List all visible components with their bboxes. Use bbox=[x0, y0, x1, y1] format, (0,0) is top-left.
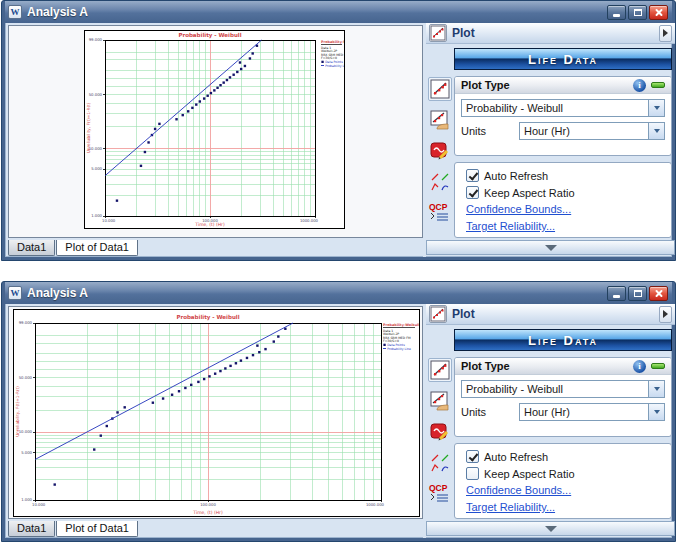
info-icon[interactable]: i bbox=[633, 79, 646, 92]
units-value: Hour (Hr) bbox=[520, 404, 648, 420]
svg-text:99.000: 99.000 bbox=[89, 37, 103, 42]
plot-panel: 10.000100.0001000.00099.00050.00010.0005… bbox=[8, 25, 423, 238]
panel-header: Plot bbox=[426, 304, 675, 325]
sheet-tabbar: Data1 Plot of Data1 bbox=[8, 521, 423, 537]
side-panel: Plot QCP bbox=[426, 23, 675, 257]
units-label: Units bbox=[461, 406, 519, 418]
maximize-button[interactable] bbox=[628, 5, 647, 20]
life-data-banner-label: Life Data bbox=[528, 333, 598, 348]
tab-data1[interactable]: Data1 bbox=[8, 240, 55, 256]
svg-text:1000.000: 1000.000 bbox=[366, 502, 385, 507]
svg-text:99.000: 99.000 bbox=[19, 320, 33, 325]
tab-data1[interactable]: Data1 bbox=[8, 521, 55, 537]
plot-tool-button[interactable] bbox=[428, 358, 452, 382]
client-area: 10.000100.0001000.00099.00050.00010.0005… bbox=[5, 304, 672, 538]
app-icon: W bbox=[8, 286, 22, 300]
svg-text:50.000: 50.000 bbox=[89, 92, 103, 97]
keep-aspect-ratio-checkbox[interactable] bbox=[466, 186, 479, 199]
minimize-button[interactable] bbox=[607, 286, 626, 301]
plot-type-value: Probability - Weibull bbox=[462, 381, 648, 397]
life-data-banner: Life Data bbox=[454, 329, 672, 351]
plot-page: 10.000100.0001000.00099.00050.00010.0005… bbox=[84, 30, 345, 229]
units-dropdown-button[interactable] bbox=[648, 404, 664, 420]
plot-type-header-label: Plot Type bbox=[461, 79, 633, 91]
auto-refresh-label: Auto Refresh bbox=[484, 170, 548, 182]
svg-text:100.000: 100.000 bbox=[200, 502, 216, 507]
svg-text:1.000: 1.000 bbox=[21, 497, 32, 502]
units-value: Hour (Hr) bbox=[520, 123, 648, 139]
rs-draw-tool-button[interactable] bbox=[428, 108, 452, 132]
svg-text:Probability-Weibull: Probability-Weibull bbox=[321, 40, 344, 44]
plot-options-box: Auto Refresh Keep Aspect Ratio Confidenc… bbox=[454, 443, 672, 519]
life-data-banner: Life Data bbox=[454, 48, 672, 70]
svg-text:Time, (t) (Hr): Time, (t) (Hr) bbox=[192, 510, 223, 515]
svg-text:Probability Line: Probability Line bbox=[387, 347, 411, 351]
maximize-button[interactable] bbox=[628, 286, 647, 301]
plot-type-select[interactable]: Probability - Weibull bbox=[461, 99, 665, 117]
close-button[interactable] bbox=[649, 5, 668, 20]
svg-text:5.000: 5.000 bbox=[91, 166, 102, 171]
units-dropdown-button[interactable] bbox=[648, 123, 664, 139]
confidence-bounds-link[interactable]: Confidence Bounds... bbox=[466, 484, 664, 496]
titlebar[interactable]: W Analysis A bbox=[5, 282, 672, 304]
confidence-bounds-link[interactable]: Confidence Bounds... bbox=[466, 203, 664, 215]
units-label: Units bbox=[461, 125, 519, 137]
collapse-arrow-icon bbox=[545, 526, 557, 532]
titlebar[interactable]: W Analysis A bbox=[5, 1, 672, 23]
info-icon[interactable]: i bbox=[633, 360, 646, 373]
plot-type-dropdown-button[interactable] bbox=[648, 381, 664, 397]
chevron-down-icon bbox=[654, 387, 660, 391]
minimize-button[interactable] bbox=[607, 5, 626, 20]
plot-type-select[interactable]: Probability - Weibull bbox=[461, 380, 665, 398]
plot-panel: 10.000100.0001000.00099.00050.00010.0005… bbox=[8, 306, 423, 519]
panel-collapse-bar[interactable] bbox=[426, 240, 675, 255]
plot-types-tool-button[interactable] bbox=[428, 451, 452, 475]
svg-text:Time, (t) (Hr): Time, (t) (Hr) bbox=[194, 222, 225, 227]
svg-text:10.000: 10.000 bbox=[32, 502, 46, 507]
plot-type-box: Plot Type i Probability - Weibull Units … bbox=[454, 76, 672, 156]
app-icon-letter: W bbox=[11, 288, 20, 298]
life-data-banner-label: Life Data bbox=[528, 52, 598, 67]
app-icon: W bbox=[8, 5, 22, 19]
side-panel: Plot QCP bbox=[426, 304, 675, 538]
svg-text:Unreliability, F(t)=1-R(t): Unreliability, F(t)=1-R(t) bbox=[86, 102, 91, 153]
plot-type-dropdown-button[interactable] bbox=[648, 100, 664, 116]
units-select[interactable]: Hour (Hr) bbox=[519, 403, 665, 421]
plot-setup-tool-button[interactable] bbox=[428, 139, 452, 163]
units-select[interactable]: Hour (Hr) bbox=[519, 122, 665, 140]
client-area: 10.000100.0001000.00099.00050.00010.0005… bbox=[5, 23, 672, 257]
plot-types-tool-button[interactable] bbox=[428, 170, 452, 194]
plot-type-box: Plot Type i Probability - Weibull Units … bbox=[454, 357, 672, 437]
keep-aspect-ratio-checkbox[interactable] bbox=[466, 467, 479, 480]
panel-expand-button[interactable] bbox=[659, 25, 672, 42]
qcp-tool-button[interactable]: QCP bbox=[428, 482, 452, 506]
plot-page: 10.000100.0001000.00099.00050.00010.0005… bbox=[13, 309, 420, 517]
minimize-icon bbox=[613, 295, 620, 298]
panel-title: Plot bbox=[452, 307, 659, 321]
collapse-section-icon[interactable] bbox=[651, 82, 665, 88]
window-analysis-a-bottom: W Analysis A 10.000100.0001000.00099.000… bbox=[1, 281, 676, 542]
weibull-probability-plot: 10.000100.0001000.00099.00050.00010.0005… bbox=[14, 310, 419, 516]
collapse-section-icon[interactable] bbox=[651, 363, 665, 369]
qcp-icon-label: QCP bbox=[429, 483, 448, 493]
svg-text:Probability-Weibull: Probability-Weibull bbox=[383, 323, 419, 327]
auto-refresh-checkbox[interactable] bbox=[466, 169, 479, 182]
maximize-icon bbox=[634, 9, 642, 16]
close-icon bbox=[654, 8, 663, 17]
qcp-icon-label: QCP bbox=[429, 202, 448, 212]
qcp-tool-button[interactable]: QCP bbox=[428, 201, 452, 225]
plot-setup-tool-button[interactable] bbox=[428, 420, 452, 444]
keep-aspect-ratio-label: Keep Aspect Ratio bbox=[484, 468, 575, 480]
close-button[interactable] bbox=[649, 286, 668, 301]
panel-expand-button[interactable] bbox=[659, 306, 672, 323]
panel-collapse-bar[interactable] bbox=[426, 521, 675, 536]
plot-type-box-header: Plot Type i bbox=[455, 358, 671, 375]
rs-draw-tool-button[interactable] bbox=[428, 389, 452, 413]
tool-strip: QCP bbox=[428, 358, 454, 513]
plot-tool-button[interactable] bbox=[428, 77, 452, 101]
target-reliability-link[interactable]: Target Reliability... bbox=[466, 501, 664, 513]
tab-plot-of-data1[interactable]: Plot of Data1 bbox=[56, 240, 138, 256]
target-reliability-link[interactable]: Target Reliability... bbox=[466, 220, 664, 232]
tab-plot-of-data1[interactable]: Plot of Data1 bbox=[56, 521, 138, 537]
auto-refresh-checkbox[interactable] bbox=[466, 450, 479, 463]
